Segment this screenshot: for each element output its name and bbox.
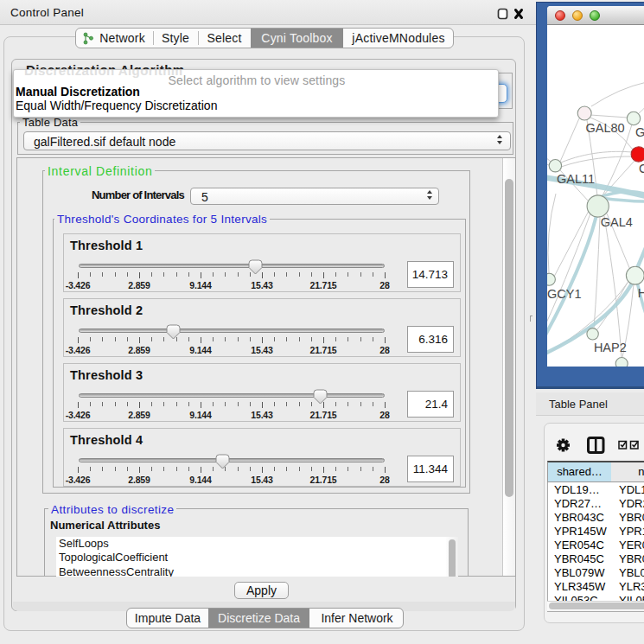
svg-text:CYC8: CYC8 bbox=[639, 162, 644, 175]
svg-text:HAP4: HAP4 bbox=[638, 286, 644, 300]
svg-text:GAL80: GAL80 bbox=[586, 121, 625, 135]
svg-text:HAP2: HAP2 bbox=[594, 341, 627, 354]
svg-text:GAL3: GAL3 bbox=[635, 125, 644, 139]
svg-text:GCY1: GCY1 bbox=[547, 287, 582, 301]
svg-text:GAL11: GAL11 bbox=[557, 172, 595, 186]
svg-text:GAL4: GAL4 bbox=[601, 215, 633, 229]
